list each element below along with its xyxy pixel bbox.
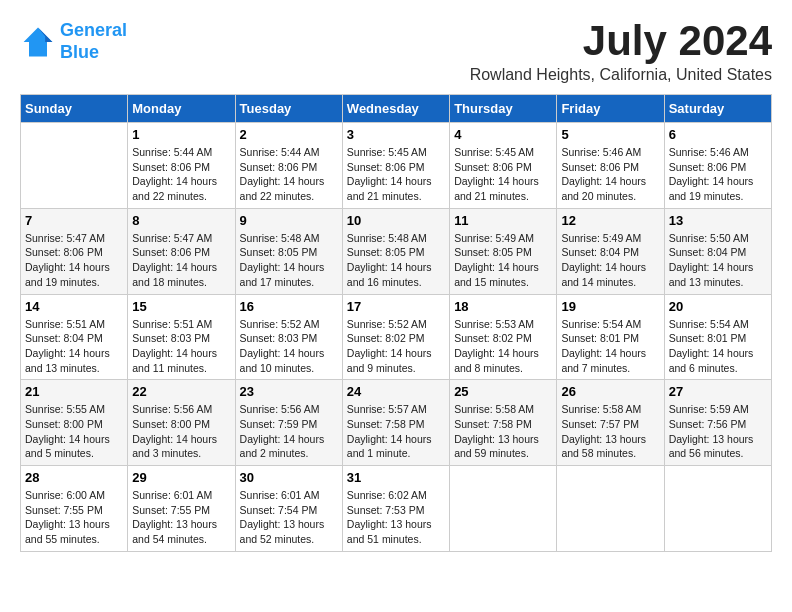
calendar-cell: 4Sunrise: 5:45 AMSunset: 8:06 PMDaylight… xyxy=(450,123,557,209)
day-number: 4 xyxy=(454,127,552,142)
day-number: 9 xyxy=(240,213,338,228)
calendar-cell: 21Sunrise: 5:55 AMSunset: 8:00 PMDayligh… xyxy=(21,380,128,466)
day-info: Sunrise: 5:54 AMSunset: 8:01 PMDaylight:… xyxy=(561,317,659,376)
day-info: Sunrise: 5:51 AMSunset: 8:04 PMDaylight:… xyxy=(25,317,123,376)
day-info: Sunrise: 5:49 AMSunset: 8:05 PMDaylight:… xyxy=(454,231,552,290)
calendar-week-row: 7Sunrise: 5:47 AMSunset: 8:06 PMDaylight… xyxy=(21,208,772,294)
day-info: Sunrise: 5:51 AMSunset: 8:03 PMDaylight:… xyxy=(132,317,230,376)
calendar-cell: 31Sunrise: 6:02 AMSunset: 7:53 PMDayligh… xyxy=(342,466,449,552)
calendar-cell: 30Sunrise: 6:01 AMSunset: 7:54 PMDayligh… xyxy=(235,466,342,552)
calendar-week-row: 21Sunrise: 5:55 AMSunset: 8:00 PMDayligh… xyxy=(21,380,772,466)
calendar-cell: 9Sunrise: 5:48 AMSunset: 8:05 PMDaylight… xyxy=(235,208,342,294)
day-number: 5 xyxy=(561,127,659,142)
calendar-cell: 27Sunrise: 5:59 AMSunset: 7:56 PMDayligh… xyxy=(664,380,771,466)
day-number: 14 xyxy=(25,299,123,314)
day-number: 31 xyxy=(347,470,445,485)
calendar-week-row: 14Sunrise: 5:51 AMSunset: 8:04 PMDayligh… xyxy=(21,294,772,380)
day-info: Sunrise: 5:47 AMSunset: 8:06 PMDaylight:… xyxy=(132,231,230,290)
day-info: Sunrise: 5:45 AMSunset: 8:06 PMDaylight:… xyxy=(347,145,445,204)
day-number: 10 xyxy=(347,213,445,228)
logo-text: General Blue xyxy=(60,20,127,63)
day-info: Sunrise: 5:45 AMSunset: 8:06 PMDaylight:… xyxy=(454,145,552,204)
day-info: Sunrise: 5:44 AMSunset: 8:06 PMDaylight:… xyxy=(132,145,230,204)
weekday-header: Monday xyxy=(128,95,235,123)
day-number: 16 xyxy=(240,299,338,314)
calendar-cell: 26Sunrise: 5:58 AMSunset: 7:57 PMDayligh… xyxy=(557,380,664,466)
calendar-cell: 20Sunrise: 5:54 AMSunset: 8:01 PMDayligh… xyxy=(664,294,771,380)
day-number: 17 xyxy=(347,299,445,314)
calendar-cell xyxy=(557,466,664,552)
calendar-cell: 18Sunrise: 5:53 AMSunset: 8:02 PMDayligh… xyxy=(450,294,557,380)
calendar-cell: 19Sunrise: 5:54 AMSunset: 8:01 PMDayligh… xyxy=(557,294,664,380)
calendar-cell: 23Sunrise: 5:56 AMSunset: 7:59 PMDayligh… xyxy=(235,380,342,466)
title-block: July 2024 Rowland Heights, California, U… xyxy=(470,20,772,84)
calendar-cell xyxy=(21,123,128,209)
weekday-header: Tuesday xyxy=(235,95,342,123)
calendar-cell: 8Sunrise: 5:47 AMSunset: 8:06 PMDaylight… xyxy=(128,208,235,294)
day-number: 23 xyxy=(240,384,338,399)
calendar-cell: 10Sunrise: 5:48 AMSunset: 8:05 PMDayligh… xyxy=(342,208,449,294)
day-number: 20 xyxy=(669,299,767,314)
calendar-cell: 29Sunrise: 6:01 AMSunset: 7:55 PMDayligh… xyxy=(128,466,235,552)
calendar-cell: 6Sunrise: 5:46 AMSunset: 8:06 PMDaylight… xyxy=(664,123,771,209)
calendar-cell: 3Sunrise: 5:45 AMSunset: 8:06 PMDaylight… xyxy=(342,123,449,209)
day-info: Sunrise: 6:01 AMSunset: 7:55 PMDaylight:… xyxy=(132,488,230,547)
logo-icon xyxy=(20,24,56,60)
calendar-cell: 28Sunrise: 6:00 AMSunset: 7:55 PMDayligh… xyxy=(21,466,128,552)
calendar-cell xyxy=(450,466,557,552)
day-info: Sunrise: 5:52 AMSunset: 8:02 PMDaylight:… xyxy=(347,317,445,376)
month-title: July 2024 xyxy=(470,20,772,62)
day-number: 15 xyxy=(132,299,230,314)
calendar-cell: 15Sunrise: 5:51 AMSunset: 8:03 PMDayligh… xyxy=(128,294,235,380)
day-number: 8 xyxy=(132,213,230,228)
day-info: Sunrise: 5:46 AMSunset: 8:06 PMDaylight:… xyxy=(669,145,767,204)
day-number: 13 xyxy=(669,213,767,228)
day-number: 12 xyxy=(561,213,659,228)
calendar-cell: 22Sunrise: 5:56 AMSunset: 8:00 PMDayligh… xyxy=(128,380,235,466)
weekday-header: Saturday xyxy=(664,95,771,123)
day-number: 3 xyxy=(347,127,445,142)
day-number: 22 xyxy=(132,384,230,399)
day-number: 25 xyxy=(454,384,552,399)
day-info: Sunrise: 5:53 AMSunset: 8:02 PMDaylight:… xyxy=(454,317,552,376)
calendar-cell: 13Sunrise: 5:50 AMSunset: 8:04 PMDayligh… xyxy=(664,208,771,294)
weekday-header: Thursday xyxy=(450,95,557,123)
day-number: 7 xyxy=(25,213,123,228)
day-info: Sunrise: 5:49 AMSunset: 8:04 PMDaylight:… xyxy=(561,231,659,290)
calendar-cell: 12Sunrise: 5:49 AMSunset: 8:04 PMDayligh… xyxy=(557,208,664,294)
calendar-cell: 1Sunrise: 5:44 AMSunset: 8:06 PMDaylight… xyxy=(128,123,235,209)
calendar-cell: 25Sunrise: 5:58 AMSunset: 7:58 PMDayligh… xyxy=(450,380,557,466)
weekday-header: Sunday xyxy=(21,95,128,123)
day-info: Sunrise: 5:52 AMSunset: 8:03 PMDaylight:… xyxy=(240,317,338,376)
day-number: 1 xyxy=(132,127,230,142)
calendar-week-row: 1Sunrise: 5:44 AMSunset: 8:06 PMDaylight… xyxy=(21,123,772,209)
day-number: 2 xyxy=(240,127,338,142)
weekday-header: Friday xyxy=(557,95,664,123)
weekday-header: Wednesday xyxy=(342,95,449,123)
day-number: 26 xyxy=(561,384,659,399)
day-info: Sunrise: 5:56 AMSunset: 7:59 PMDaylight:… xyxy=(240,402,338,461)
calendar-cell: 24Sunrise: 5:57 AMSunset: 7:58 PMDayligh… xyxy=(342,380,449,466)
day-number: 11 xyxy=(454,213,552,228)
day-number: 27 xyxy=(669,384,767,399)
day-info: Sunrise: 5:59 AMSunset: 7:56 PMDaylight:… xyxy=(669,402,767,461)
day-number: 18 xyxy=(454,299,552,314)
calendar-week-row: 28Sunrise: 6:00 AMSunset: 7:55 PMDayligh… xyxy=(21,466,772,552)
calendar-cell: 11Sunrise: 5:49 AMSunset: 8:05 PMDayligh… xyxy=(450,208,557,294)
day-info: Sunrise: 6:01 AMSunset: 7:54 PMDaylight:… xyxy=(240,488,338,547)
day-info: Sunrise: 5:56 AMSunset: 8:00 PMDaylight:… xyxy=(132,402,230,461)
day-info: Sunrise: 6:02 AMSunset: 7:53 PMDaylight:… xyxy=(347,488,445,547)
day-info: Sunrise: 6:00 AMSunset: 7:55 PMDaylight:… xyxy=(25,488,123,547)
day-number: 28 xyxy=(25,470,123,485)
day-info: Sunrise: 5:46 AMSunset: 8:06 PMDaylight:… xyxy=(561,145,659,204)
calendar-cell: 5Sunrise: 5:46 AMSunset: 8:06 PMDaylight… xyxy=(557,123,664,209)
day-info: Sunrise: 5:47 AMSunset: 8:06 PMDaylight:… xyxy=(25,231,123,290)
day-info: Sunrise: 5:48 AMSunset: 8:05 PMDaylight:… xyxy=(347,231,445,290)
day-number: 19 xyxy=(561,299,659,314)
day-number: 6 xyxy=(669,127,767,142)
logo: General Blue xyxy=(20,20,127,63)
calendar-cell: 2Sunrise: 5:44 AMSunset: 8:06 PMDaylight… xyxy=(235,123,342,209)
day-number: 24 xyxy=(347,384,445,399)
day-info: Sunrise: 5:54 AMSunset: 8:01 PMDaylight:… xyxy=(669,317,767,376)
calendar-cell xyxy=(664,466,771,552)
